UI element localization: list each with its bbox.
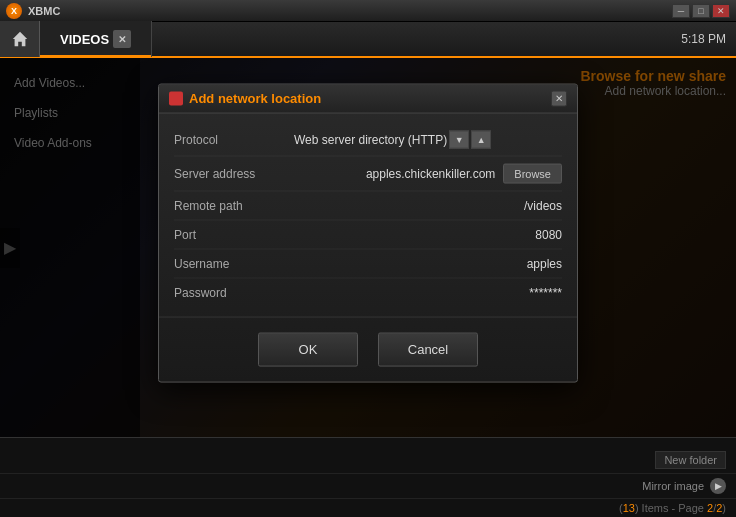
close-tab-button[interactable]: ✕: [113, 30, 131, 48]
protocol-row: Protocol Web server directory (HTTP) ▼ ▲: [174, 123, 562, 156]
title-bar-left: X XBMC: [6, 3, 60, 19]
username-label: Username: [174, 256, 294, 270]
modal-titlebar-left: Add network location: [169, 91, 321, 106]
modal-body: Protocol Web server directory (HTTP) ▼ ▲…: [159, 113, 577, 316]
window-close-button[interactable]: ✕: [712, 4, 730, 18]
server-browse-button[interactable]: Browse: [503, 163, 562, 183]
server-value: apples.chickenkiller.com: [294, 166, 495, 180]
port-label: Port: [174, 227, 294, 241]
port-value: 8080: [294, 227, 562, 241]
remote-path-row: Remote path /videos: [174, 191, 562, 220]
mirror-image-label: Mirror image: [642, 480, 704, 492]
username-value: apples: [294, 256, 562, 270]
modal-close-button[interactable]: ✕: [551, 90, 567, 106]
main-content: VIDEOS ✕ 5:18 PM Add Videos... Playlists…: [0, 22, 736, 517]
username-row: Username apples: [174, 249, 562, 278]
protocol-up-button[interactable]: ▲: [471, 130, 491, 148]
status-bar: (13) Items - Page 2/2): [0, 499, 736, 517]
password-label: Password: [174, 285, 294, 299]
cancel-button[interactable]: Cancel: [378, 332, 478, 366]
window-controls: ─ □ ✕: [672, 4, 730, 18]
ok-button[interactable]: OK: [258, 332, 358, 366]
top-nav: VIDEOS ✕ 5:18 PM: [0, 22, 736, 58]
videos-tab[interactable]: VIDEOS ✕: [40, 21, 152, 57]
mirror-image-icon[interactable]: ▶: [710, 478, 726, 494]
protocol-down-button[interactable]: ▼: [449, 130, 469, 148]
remote-label: Remote path: [174, 198, 294, 212]
modal-footer: OK Cancel: [159, 316, 577, 381]
minimize-button[interactable]: ─: [672, 4, 690, 18]
new-folder-button[interactable]: New folder: [655, 451, 726, 469]
add-network-location-dialog: Add network location ✕ Protocol Web serv…: [158, 83, 578, 382]
protocol-controls: Web server directory (HTTP) ▼ ▲: [294, 130, 491, 148]
title-bar: X XBMC ─ □ ✕: [0, 0, 736, 22]
app-title: XBMC: [28, 5, 60, 17]
time-display: 5:18 PM: [681, 32, 726, 46]
items-count: (13) Items - Page 2/2): [619, 502, 726, 514]
server-label: Server address: [174, 166, 294, 180]
modal-title-icon: [169, 91, 183, 105]
protocol-value: Web server directory (HTTP): [294, 132, 447, 146]
password-row: Password *******: [174, 278, 562, 306]
protocol-label: Protocol: [174, 132, 294, 146]
mirror-image-row: Mirror image ▶: [0, 474, 736, 499]
port-row: Port 8080: [174, 220, 562, 249]
home-icon: [11, 30, 29, 48]
content-area: Add Videos... Playlists Video Add-ons ▶ …: [0, 58, 736, 437]
password-value: *******: [294, 285, 562, 299]
modal-title-text: Add network location: [189, 91, 321, 106]
maximize-button[interactable]: □: [692, 4, 710, 18]
new-folder-row: New folder: [0, 447, 736, 474]
home-button[interactable]: [0, 21, 40, 57]
remote-value: /videos: [294, 198, 562, 212]
server-address-row: Server address apples.chickenkiller.com …: [174, 156, 562, 191]
xbmc-logo: X: [6, 3, 22, 19]
bottom-bar: New folder Mirror image ▶ (13) Items - P…: [0, 437, 736, 517]
modal-titlebar: Add network location ✕: [159, 84, 577, 113]
